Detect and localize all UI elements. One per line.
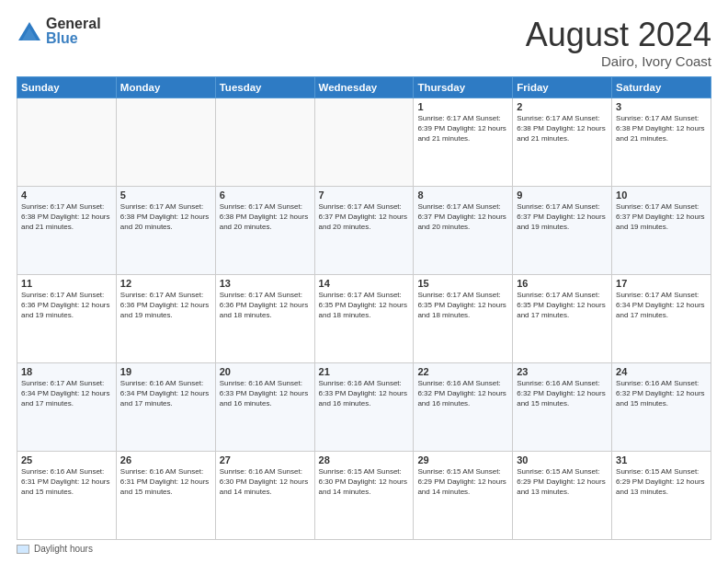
calendar-cell: 3Sunrise: 6:17 AM Sunset: 6:38 PM Daylig…	[612, 98, 711, 186]
calendar-header-row: SundayMondayTuesdayWednesdayThursdayFrid…	[17, 76, 711, 98]
calendar-cell: 21Sunrise: 6:16 AM Sunset: 6:33 PM Dayli…	[314, 362, 414, 451]
day-info: Sunrise: 6:17 AM Sunset: 6:37 PM Dayligh…	[517, 201, 608, 233]
calendar-cell	[314, 98, 414, 186]
day-info: Sunrise: 6:16 AM Sunset: 6:34 PM Dayligh…	[120, 378, 211, 409]
logo: General Blue	[17, 17, 101, 46]
calendar-cell: 13Sunrise: 6:17 AM Sunset: 6:36 PM Dayli…	[215, 274, 314, 362]
calendar-cell: 31Sunrise: 6:15 AM Sunset: 6:29 PM Dayli…	[612, 451, 711, 539]
calendar-cell: 28Sunrise: 6:15 AM Sunset: 6:30 PM Dayli…	[314, 451, 414, 539]
page: General Blue August 2024 Dairo, Ivory Co…	[0, 0, 728, 563]
calendar-cell: 10Sunrise: 6:17 AM Sunset: 6:37 PM Dayli…	[612, 186, 711, 274]
header: General Blue August 2024 Dairo, Ivory Co…	[17, 17, 711, 69]
day-info: Sunrise: 6:17 AM Sunset: 6:35 PM Dayligh…	[417, 290, 508, 321]
day-info: Sunrise: 6:16 AM Sunset: 6:32 PM Dayligh…	[517, 378, 608, 409]
calendar-day-header: Saturday	[612, 76, 711, 98]
calendar-cell: 6Sunrise: 6:17 AM Sunset: 6:38 PM Daylig…	[215, 186, 314, 274]
calendar-table: SundayMondayTuesdayWednesdayThursdayFrid…	[17, 76, 711, 540]
day-info: Sunrise: 6:16 AM Sunset: 6:30 PM Dayligh…	[220, 466, 311, 498]
calendar-day-header: Thursday	[414, 76, 513, 98]
day-number: 13	[220, 278, 311, 289]
calendar-week-row: 4Sunrise: 6:17 AM Sunset: 6:38 PM Daylig…	[17, 186, 711, 274]
calendar-week-row: 11Sunrise: 6:17 AM Sunset: 6:36 PM Dayli…	[17, 274, 711, 362]
day-info: Sunrise: 6:17 AM Sunset: 6:36 PM Dayligh…	[21, 290, 112, 321]
calendar-cell: 15Sunrise: 6:17 AM Sunset: 6:35 PM Dayli…	[414, 274, 513, 362]
day-info: Sunrise: 6:15 AM Sunset: 6:29 PM Dayligh…	[417, 466, 508, 498]
day-info: Sunrise: 6:17 AM Sunset: 6:35 PM Dayligh…	[517, 290, 608, 321]
calendar-day-header: Friday	[513, 76, 612, 98]
calendar-cell: 26Sunrise: 6:16 AM Sunset: 6:31 PM Dayli…	[116, 451, 215, 539]
daylight-legend-box	[17, 545, 29, 554]
logo-blue: Blue	[46, 31, 101, 46]
day-info: Sunrise: 6:17 AM Sunset: 6:34 PM Dayligh…	[21, 378, 112, 409]
day-info: Sunrise: 6:16 AM Sunset: 6:33 PM Dayligh…	[319, 378, 410, 409]
calendar-cell: 27Sunrise: 6:16 AM Sunset: 6:30 PM Dayli…	[215, 451, 314, 539]
calendar-cell: 11Sunrise: 6:17 AM Sunset: 6:36 PM Dayli…	[17, 274, 117, 362]
location: Dairo, Ivory Coast	[526, 53, 711, 69]
calendar-week-row: 25Sunrise: 6:16 AM Sunset: 6:31 PM Dayli…	[17, 451, 711, 539]
day-number: 30	[517, 454, 608, 465]
day-number: 3	[616, 101, 707, 112]
calendar-cell: 17Sunrise: 6:17 AM Sunset: 6:34 PM Dayli…	[612, 274, 711, 362]
day-number: 29	[417, 454, 508, 465]
logo-general: General	[46, 17, 101, 31]
calendar-cell: 9Sunrise: 6:17 AM Sunset: 6:37 PM Daylig…	[513, 186, 612, 274]
day-number: 10	[616, 190, 707, 201]
calendar-cell: 22Sunrise: 6:16 AM Sunset: 6:32 PM Dayli…	[414, 362, 513, 451]
day-number: 27	[220, 454, 311, 465]
calendar-cell: 20Sunrise: 6:16 AM Sunset: 6:33 PM Dayli…	[215, 362, 314, 451]
day-number: 22	[417, 366, 508, 377]
day-info: Sunrise: 6:15 AM Sunset: 6:30 PM Dayligh…	[319, 466, 410, 498]
day-number: 18	[21, 366, 112, 377]
day-number: 2	[517, 101, 608, 112]
day-number: 16	[517, 278, 608, 289]
day-info: Sunrise: 6:17 AM Sunset: 6:37 PM Dayligh…	[616, 201, 707, 233]
logo-icon	[17, 18, 42, 44]
day-number: 19	[120, 366, 211, 377]
calendar-cell	[215, 98, 314, 186]
day-info: Sunrise: 6:16 AM Sunset: 6:33 PM Dayligh…	[220, 378, 311, 409]
calendar-cell: 29Sunrise: 6:15 AM Sunset: 6:29 PM Dayli…	[414, 451, 513, 539]
day-info: Sunrise: 6:17 AM Sunset: 6:34 PM Dayligh…	[616, 290, 707, 321]
day-info: Sunrise: 6:16 AM Sunset: 6:32 PM Dayligh…	[616, 378, 707, 409]
footer: Daylight hours	[17, 544, 711, 554]
day-number: 21	[319, 366, 410, 377]
calendar-cell: 16Sunrise: 6:17 AM Sunset: 6:35 PM Dayli…	[513, 274, 612, 362]
calendar-cell	[17, 98, 117, 186]
day-info: Sunrise: 6:16 AM Sunset: 6:31 PM Dayligh…	[120, 466, 211, 498]
calendar-cell: 12Sunrise: 6:17 AM Sunset: 6:36 PM Dayli…	[116, 274, 215, 362]
day-number: 5	[120, 190, 211, 201]
calendar-day-header: Tuesday	[215, 76, 314, 98]
calendar-cell: 23Sunrise: 6:16 AM Sunset: 6:32 PM Dayli…	[513, 362, 612, 451]
calendar-day-header: Wednesday	[314, 76, 414, 98]
day-info: Sunrise: 6:16 AM Sunset: 6:31 PM Dayligh…	[21, 466, 112, 498]
day-number: 6	[220, 190, 311, 201]
calendar-cell: 5Sunrise: 6:17 AM Sunset: 6:38 PM Daylig…	[116, 186, 215, 274]
title-section: August 2024 Dairo, Ivory Coast	[526, 17, 711, 69]
day-info: Sunrise: 6:15 AM Sunset: 6:29 PM Dayligh…	[616, 466, 707, 498]
calendar-cell	[116, 98, 215, 186]
day-info: Sunrise: 6:15 AM Sunset: 6:29 PM Dayligh…	[517, 466, 608, 498]
day-number: 14	[319, 278, 410, 289]
month-year: August 2024	[526, 17, 711, 53]
day-number: 8	[417, 190, 508, 201]
calendar-cell: 24Sunrise: 6:16 AM Sunset: 6:32 PM Dayli…	[612, 362, 711, 451]
calendar-day-header: Sunday	[17, 76, 117, 98]
day-number: 20	[220, 366, 311, 377]
calendar-cell: 18Sunrise: 6:17 AM Sunset: 6:34 PM Dayli…	[17, 362, 117, 451]
day-info: Sunrise: 6:17 AM Sunset: 6:38 PM Dayligh…	[220, 201, 311, 233]
logo-text: General Blue	[46, 17, 101, 46]
day-number: 23	[517, 366, 608, 377]
day-number: 26	[120, 454, 211, 465]
day-number: 25	[21, 454, 112, 465]
day-number: 28	[319, 454, 410, 465]
day-number: 15	[417, 278, 508, 289]
calendar-cell: 8Sunrise: 6:17 AM Sunset: 6:37 PM Daylig…	[414, 186, 513, 274]
calendar-day-header: Monday	[116, 76, 215, 98]
day-info: Sunrise: 6:17 AM Sunset: 6:38 PM Dayligh…	[21, 201, 112, 233]
calendar-cell: 4Sunrise: 6:17 AM Sunset: 6:38 PM Daylig…	[17, 186, 117, 274]
day-info: Sunrise: 6:17 AM Sunset: 6:38 PM Dayligh…	[616, 113, 707, 144]
calendar-cell: 19Sunrise: 6:16 AM Sunset: 6:34 PM Dayli…	[116, 362, 215, 451]
day-info: Sunrise: 6:17 AM Sunset: 6:38 PM Dayligh…	[517, 113, 608, 144]
day-info: Sunrise: 6:17 AM Sunset: 6:36 PM Dayligh…	[120, 290, 211, 321]
day-info: Sunrise: 6:16 AM Sunset: 6:32 PM Dayligh…	[417, 378, 508, 409]
